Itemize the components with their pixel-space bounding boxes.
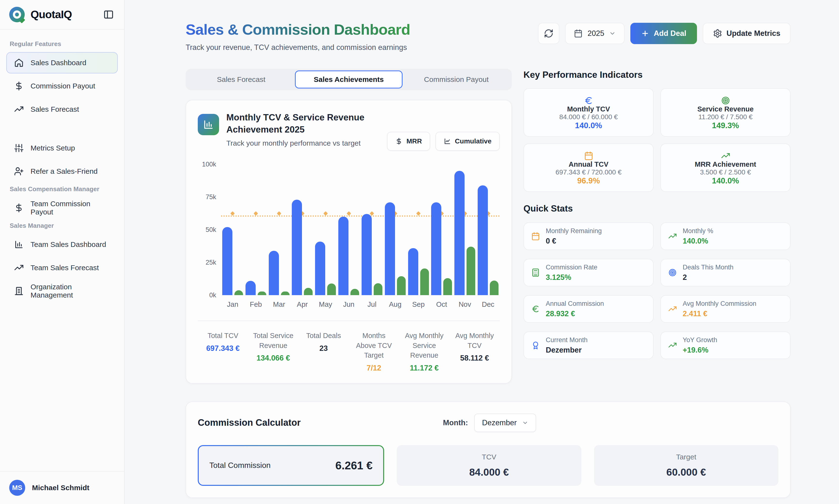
bar-tcv-dec[interactable]: [478, 185, 488, 295]
sidebar-item-metrics-setup[interactable]: Metrics Setup: [6, 138, 118, 159]
tab-sales-achievements[interactable]: Sales Achievements: [295, 71, 403, 88]
refresh-icon: [544, 29, 554, 38]
euro-icon: [531, 305, 540, 313]
bar-service-revenue-feb[interactable]: [257, 291, 266, 295]
stat-value: 11.172 €: [402, 364, 447, 373]
tab-commission-payout[interactable]: Commission Payout: [403, 71, 510, 88]
bar-service-revenue-oct[interactable]: [443, 278, 452, 295]
total-commission-box: Total Commission 6.261 €: [198, 445, 384, 486]
logo: QuotaIQ: [9, 7, 72, 22]
chart-plot-area: 100k75k50k25k0k: [198, 164, 500, 295]
calculator-icon: [531, 268, 540, 277]
bar-tcv-nov[interactable]: [454, 171, 465, 295]
add-deal-button[interactable]: Add Deal: [630, 23, 697, 44]
bar-service-revenue-aug[interactable]: [397, 276, 406, 295]
quick-stat-deals-this-month: Deals This Month2: [660, 259, 790, 286]
bar-tcv-jun[interactable]: [338, 217, 349, 295]
quick-stat-label: Current Month: [546, 336, 588, 344]
bar-tcv-feb[interactable]: [246, 281, 256, 295]
quick-stats-title: Quick Stats: [523, 203, 790, 214]
sidebar-nav: Regular FeaturesSales DashboardCommissio…: [0, 30, 124, 471]
target-value: 60.000 €: [666, 466, 706, 478]
sidebar-toggle-button[interactable]: [102, 8, 115, 21]
bar-tcv-jan[interactable]: [222, 227, 232, 295]
sidebar-user[interactable]: MS Michael Schmidt: [0, 471, 124, 504]
tcv-box: TCV 84.000 €: [397, 445, 581, 486]
bar-service-revenue-mar[interactable]: [281, 291, 290, 295]
bar-service-revenue-jun[interactable]: [351, 289, 359, 295]
x-tick-label: Dec: [477, 301, 500, 308]
target-label: Target: [676, 453, 696, 461]
bar-tcv-apr[interactable]: [292, 200, 302, 295]
bar-service-revenue-nov[interactable]: [466, 247, 475, 295]
update-metrics-button[interactable]: Update Metrics: [703, 23, 790, 44]
page-subtitle: Track your revenue, TCV achievements, an…: [186, 43, 410, 52]
stat-label: Total Service Revenue: [251, 331, 296, 350]
bar-service-revenue-jul[interactable]: [374, 283, 382, 295]
target-icon: [668, 268, 677, 277]
x-tick-label: Oct: [430, 301, 453, 308]
bar-group-may: [314, 164, 337, 295]
stat-label: Avg Monthly TCV: [452, 331, 497, 350]
kpi-card-annual-tcv: Annual TCV697.343 € / 720.000 €96.9%: [523, 143, 654, 192]
chart-plot: [221, 164, 500, 295]
bar-service-revenue-jan[interactable]: [234, 290, 243, 295]
year-select[interactable]: 2025: [565, 23, 625, 44]
sidebar-item-team-sales-forecast[interactable]: Team Sales Forecast: [6, 257, 118, 278]
stat-label: Months Above TCV Target: [352, 331, 396, 360]
cumulative-toggle-button[interactable]: Cumulative: [435, 132, 500, 151]
chart-stat-avg-monthly-tcv: Avg Monthly TCV58.112 €: [449, 331, 500, 373]
month-value: Dezember: [482, 418, 517, 427]
stat-label: Total Deals: [301, 331, 346, 341]
award-icon: [531, 341, 540, 350]
quick-stat-commission-rate: Commission Rate3.125%: [523, 259, 654, 286]
bar-group-sep: [407, 164, 430, 295]
quick-stat-value: 140.0%: [683, 237, 713, 246]
quick-stat-label: Avg Monthly Commission: [683, 300, 756, 307]
bar-tcv-may[interactable]: [315, 241, 325, 295]
month-label: Month:: [443, 418, 468, 427]
tab-sales-forecast[interactable]: Sales Forecast: [188, 71, 295, 88]
plus-icon: [641, 29, 649, 38]
bar-service-revenue-may[interactable]: [327, 284, 336, 295]
bar-tcv-mar[interactable]: [269, 251, 279, 295]
bar-service-revenue-apr[interactable]: [304, 288, 313, 295]
kpi-label: Service Revenue: [697, 105, 753, 113]
sidebar-item-organization-management[interactable]: Organization Management: [6, 280, 118, 302]
bar-tcv-sep[interactable]: [408, 248, 418, 295]
mrr-toggle-button[interactable]: MRR: [387, 132, 430, 151]
bar-tcv-jul[interactable]: [361, 214, 372, 295]
quick-stat-current-month: Current MonthDezember: [523, 331, 654, 359]
kpi-grid: Monthly TCV84.000 € / 60.000 €140.0%Serv…: [523, 88, 790, 192]
sidebar-item-team-commission-payout[interactable]: Team Commission Payout: [6, 197, 118, 219]
bar-tcv-oct[interactable]: [431, 202, 441, 295]
commission-calculator-card: Commission Calculator Month: Dezember To…: [186, 401, 790, 498]
sidebar-header: QuotaIQ: [0, 0, 124, 30]
bar-tcv-aug[interactable]: [385, 202, 395, 295]
quick-stat-annual-commission: Annual Commission28.932 €: [523, 295, 654, 323]
month-select[interactable]: Dezember: [474, 414, 536, 432]
x-tick-label: Feb: [244, 301, 268, 308]
chart-stat-months-above-tcv-target: Months Above TCV Target7/12: [349, 331, 399, 373]
bar-group-mar: [268, 164, 291, 295]
kpi-percent: 140.0%: [575, 121, 602, 130]
stat-value: 58.112 €: [452, 354, 497, 362]
calendar-icon: [584, 151, 593, 160]
euro-icon: [584, 96, 593, 105]
bar-service-revenue-dec[interactable]: [490, 281, 499, 295]
bar-group-aug: [383, 164, 407, 295]
kpi-percent: 149.3%: [712, 121, 739, 130]
sidebar-item-sales-forecast[interactable]: Sales Forecast: [6, 98, 118, 120]
sidebar-item-team-sales-dashboard[interactable]: Team Sales Dashboard: [6, 234, 118, 255]
sidebar-item-commission-payout[interactable]: Commission Payout: [6, 75, 118, 97]
chart-stat-total-tcv: Total TCV697.343 €: [198, 331, 248, 373]
bar-chart-icon: [14, 240, 24, 249]
calendar-icon: [531, 232, 540, 240]
sidebar-item-sales-dashboard[interactable]: Sales Dashboard: [6, 52, 118, 73]
sidebar-item-refer-a-sales-friend[interactable]: Refer a Sales-Friend: [6, 161, 118, 182]
stat-label: Avg Monthly Service Revenue: [402, 331, 447, 360]
quick-stat-label: YoY Growth: [683, 336, 717, 344]
bar-service-revenue-sep[interactable]: [420, 269, 429, 295]
kpi-detail: 11.200 € / 7.500 €: [698, 113, 753, 121]
refresh-button[interactable]: [538, 23, 559, 44]
